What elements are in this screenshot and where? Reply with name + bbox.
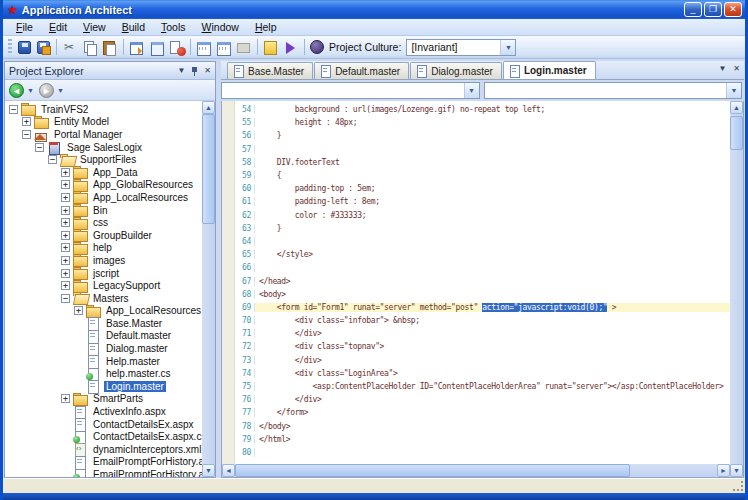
tree-item-jscript[interactable]: +jscript <box>5 267 202 280</box>
expand-icon[interactable]: + <box>22 117 31 126</box>
document-close-icon[interactable]: ✕ <box>733 64 740 73</box>
back-menu-icon[interactable]: ▼ <box>27 87 34 94</box>
tree-scrollbar[interactable]: ▲ ▼ <box>202 101 215 477</box>
forward-menu-icon[interactable]: ▼ <box>57 87 64 94</box>
grid-alt-icon[interactable] <box>215 39 233 56</box>
menu-view[interactable]: View <box>76 20 113 34</box>
tree-item-legacysupport[interactable]: +LegacySupport <box>5 279 202 292</box>
chevron-down-icon[interactable]: ▼ <box>464 83 479 98</box>
back-button[interactable]: ◄ <box>9 83 24 98</box>
chevron-down-icon[interactable]: ▼ <box>726 83 741 98</box>
tree-item-smartparts[interactable]: +SmartParts <box>5 393 202 406</box>
expand-icon[interactable]: + <box>61 394 70 403</box>
scroll-right-icon[interactable]: ► <box>717 464 730 477</box>
code-line-73[interactable]: 73 </div> <box>235 354 730 367</box>
expand-icon[interactable]: + <box>61 180 70 189</box>
tree-item-activexinfo-aspx[interactable]: ActivexInfo.aspx <box>5 405 202 418</box>
tree-item-sage-saleslogix[interactable]: −Sage SalesLogix <box>5 141 202 154</box>
close-button[interactable]: ✕ <box>724 2 742 17</box>
scroll-down-icon[interactable]: ▼ <box>202 464 215 477</box>
menu-window[interactable]: Window <box>195 20 246 34</box>
code-line-71[interactable]: 71 </div> <box>235 327 730 340</box>
collapse-icon[interactable]: − <box>22 130 31 139</box>
menu-edit[interactable]: Edit <box>42 20 74 34</box>
collapse-icon[interactable]: − <box>48 155 57 164</box>
tree-item-portal-manager[interactable]: −Portal Manager <box>5 128 202 141</box>
tree-item-default-master[interactable]: Default.master <box>5 330 202 343</box>
code-line-60[interactable]: 60 padding-top : 5em; <box>235 182 730 195</box>
tab-dialog-master[interactable]: Dialog.master <box>410 62 502 79</box>
panel-close-icon[interactable]: ✕ <box>204 66 211 76</box>
code-line-74[interactable]: 74 <div class="LoginArea"> <box>235 367 730 380</box>
tree-item-contactdetailsex-aspx-cs[interactable]: ContactDetailsEx.aspx.cs <box>5 430 202 443</box>
v-scroll-thumb[interactable] <box>730 116 743 150</box>
grid-icon[interactable] <box>195 39 213 56</box>
panel-menu-icon[interactable]: ▼ <box>177 66 185 76</box>
tree-item-bin[interactable]: +Bin <box>5 204 202 217</box>
tree-item-dialog-master[interactable]: Dialog.master <box>5 342 202 355</box>
maximize-button[interactable]: ❐ <box>704 2 722 17</box>
tree-item-entity-model[interactable]: +Entity Model <box>5 116 202 129</box>
tree-item-emailpromptforhistory-aspx[interactable]: EmailPromptForHistory.aspx <box>5 456 202 469</box>
code-line-68[interactable]: 68<body> <box>235 288 730 301</box>
tree-item-app-globalresources[interactable]: +App_GlobalResources <box>5 179 202 192</box>
minimize-button[interactable]: _ <box>684 2 702 17</box>
cut-icon[interactable] <box>61 39 79 56</box>
save-icon[interactable] <box>18 41 31 54</box>
notes-icon[interactable] <box>262 39 280 56</box>
expand-icon[interactable]: + <box>61 256 70 265</box>
code-line-80[interactable]: 80 <box>235 446 730 459</box>
pin-icon[interactable] <box>191 66 198 76</box>
tree-item-help-master-cs[interactable]: help.master.cs <box>5 367 202 380</box>
new-form-icon[interactable] <box>128 39 146 56</box>
save-all-icon[interactable] <box>37 41 50 54</box>
scroll-up-icon[interactable]: ▲ <box>202 101 215 114</box>
window-icon[interactable] <box>148 39 166 56</box>
expand-icon[interactable]: + <box>61 168 70 177</box>
expand-icon[interactable]: + <box>61 281 70 290</box>
delete-icon[interactable] <box>168 39 186 56</box>
code-line-65[interactable]: 65 </style> <box>235 248 730 261</box>
code-lines[interactable]: 54 background : url(images/Lozenge.gif) … <box>235 101 730 464</box>
paste-icon[interactable] <box>101 39 119 56</box>
editor-horizontal-scrollbar[interactable]: ◄ ► <box>222 464 730 477</box>
expand-icon[interactable]: + <box>61 243 70 252</box>
menu-build[interactable]: Build <box>115 20 152 34</box>
menu-tools[interactable]: Tools <box>154 20 193 34</box>
code-line-58[interactable]: 58 DIV.footerText <box>235 156 730 169</box>
tree-item-images[interactable]: +images <box>5 254 202 267</box>
tree-item-app-localresources[interactable]: +App_LocalResources <box>5 191 202 204</box>
code-line-57[interactable]: 57 <box>235 143 730 156</box>
resize-grip[interactable] <box>733 481 744 492</box>
tree-item-trainvfs2[interactable]: −TrainVFS2 <box>5 103 202 116</box>
tab-list-icon[interactable]: ▼ <box>718 64 726 73</box>
toolbar-grip[interactable] <box>8 39 12 55</box>
tree-scroll-thumb[interactable] <box>202 114 215 224</box>
chevron-down-icon[interactable]: ▼ <box>500 40 515 55</box>
code-line-78[interactable]: 78</body> <box>235 420 730 433</box>
h-scroll-thumb[interactable] <box>235 464 630 477</box>
tab-login-master[interactable]: Login.master <box>503 61 596 79</box>
tree-item-masters[interactable]: −Masters <box>5 292 202 305</box>
code-line-67[interactable]: 67</head> <box>235 274 730 287</box>
scroll-left-icon[interactable]: ◄ <box>222 464 235 477</box>
code-line-54[interactable]: 54 background : url(images/Lozenge.gif) … <box>235 103 730 116</box>
scroll-up-icon[interactable]: ▲ <box>730 101 743 114</box>
tree-item-css[interactable]: +css <box>5 216 202 229</box>
expand-icon[interactable]: + <box>74 306 83 315</box>
project-culture-combobox[interactable]: [Invariant] ▼ <box>406 39 516 56</box>
tree-item-dynamicinterceptors-xml[interactable]: dynamicInterceptors.xml <box>5 443 202 456</box>
tree-item-supportfiles[interactable]: −SupportFiles <box>5 153 202 166</box>
code-line-77[interactable]: 77 </form> <box>235 406 730 419</box>
tree-item-emailpromptforhistory-aspx-cs[interactable]: EmailPromptForHistory.aspx.cs <box>5 468 202 477</box>
tree-item-app-localresources[interactable]: +App_LocalResources <box>5 305 202 318</box>
expand-icon[interactable]: + <box>61 218 70 227</box>
tree-item-help[interactable]: +help <box>5 242 202 255</box>
code-line-56[interactable]: 56 } <box>235 129 730 142</box>
expand-icon[interactable]: + <box>61 206 70 215</box>
h-scroll-track[interactable] <box>235 464 717 477</box>
collapse-icon[interactable]: − <box>61 294 70 303</box>
expand-icon[interactable]: + <box>61 231 70 240</box>
tree-item-app-data[interactable]: +App_Data <box>5 166 202 179</box>
v-scroll-track[interactable] <box>730 114 743 464</box>
